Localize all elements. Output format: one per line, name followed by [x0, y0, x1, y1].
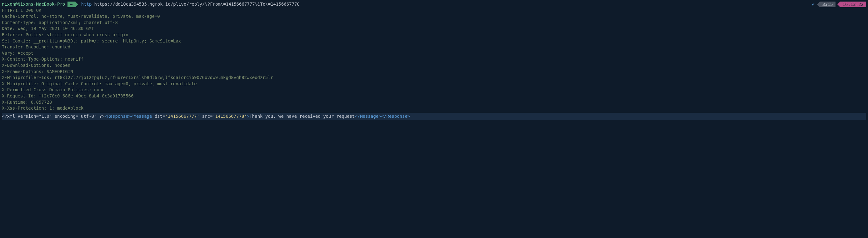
prompt-line[interactable]: nixon@Nixons-MacBook-Pro ~ http https://…	[2, 1, 866, 7]
xml-attr: dst=	[152, 114, 165, 119]
header-line: X-Download-Options: noopen	[2, 63, 866, 69]
xml-tag: </Message>	[355, 114, 381, 119]
header-line: X-Miniprofiler-Original-Cache-Control: m…	[2, 81, 866, 87]
command-name: http	[81, 1, 92, 7]
check-icon: ✔	[812, 1, 814, 7]
xml-declaration: <?xml version="1.0" encoding="utf-8" ?>	[2, 114, 105, 119]
xml-tag: <Message	[131, 114, 152, 119]
cwd-segment: ~	[67, 2, 78, 7]
response-body: <?xml version="1.0" encoding="utf-8" ?><…	[2, 113, 866, 120]
header-line: Transfer-Encoding: chunked	[2, 44, 866, 50]
command-url: https://dd10ca394535.ngrok.io/plivo/repl…	[94, 1, 299, 7]
header-line: Referrer-Policy: strict-origin-when-cros…	[2, 32, 866, 38]
header-line: X-Runtime: 0.057728	[2, 99, 866, 106]
time-badge: 16:13:22	[837, 2, 866, 7]
header-line: Set-Cookie: __profilin=p%3Dt; path=/; se…	[2, 38, 866, 44]
badge-tip-icon	[837, 2, 840, 7]
xml-tag: </Response>	[381, 114, 410, 119]
badge-tip-icon	[817, 2, 820, 7]
header-line: X-Request-Id: ff2c78c0-686e-49ec-8ab4-8c…	[2, 93, 866, 99]
header-line: X-Permitted-Cross-Domain-Policies: none	[2, 87, 866, 93]
session-id: 3315	[820, 2, 836, 7]
xml-tag: <Response>	[105, 114, 131, 119]
session-badge: 3315	[817, 2, 836, 7]
header-line: Cache-Control: no-store, must-revalidate…	[2, 13, 866, 20]
xml-value: '14156667778'	[213, 114, 247, 119]
xml-attr: src=	[199, 114, 213, 119]
prompt-left: nixon@Nixons-MacBook-Pro ~ http https://…	[2, 1, 812, 7]
xml-value: '14156667777'	[165, 114, 200, 119]
xml-text: Thank you, we have received your request	[249, 114, 354, 119]
arrow-icon	[75, 2, 78, 7]
header-line: X-Frame-Options: SAMEORIGIN	[2, 69, 866, 75]
prompt-right: ✔ 3315 16:13:22	[812, 1, 866, 7]
header-line: X-Miniprofiler-Ids: rf8xl27l7rjp12zpqluz…	[2, 75, 866, 81]
user-host: nixon@Nixons-MacBook-Pro	[2, 1, 65, 7]
header-line: X-Xss-Protection: 1; mode=block	[2, 105, 866, 111]
cwd-label: ~	[67, 2, 75, 7]
status-line: HTTP/1.1 200 OK	[2, 7, 866, 14]
header-line: Content-Type: application/xml; charset=u…	[2, 20, 866, 26]
header-line: X-Content-Type-Options: nosniff	[2, 56, 866, 63]
header-line: Date: Wed, 19 May 2021 10:46:30 GMT	[2, 26, 866, 32]
header-line: Vary: Accept	[2, 50, 866, 57]
response-headers: HTTP/1.1 200 OK Cache-Control: no-store,…	[2, 7, 866, 111]
time-value: 16:13:22	[840, 2, 866, 7]
